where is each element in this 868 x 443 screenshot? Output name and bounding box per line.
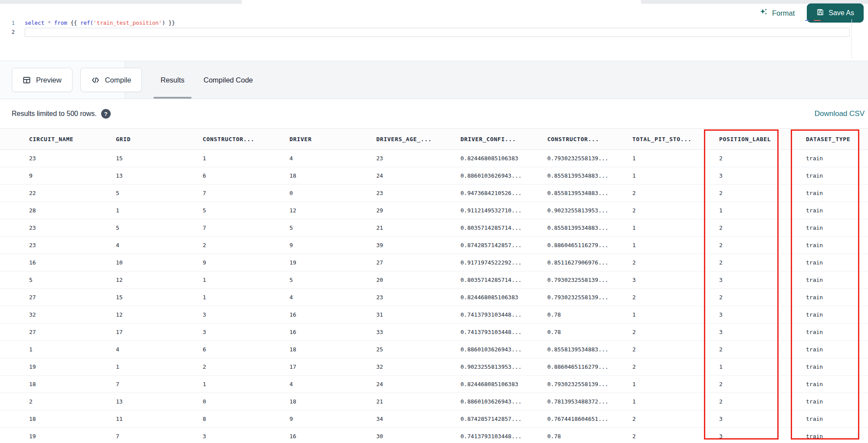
table-cell: 2	[201, 242, 287, 248]
tab-compiled-code-label: Compiled Code	[204, 76, 253, 84]
table-cell: 15	[114, 155, 201, 162]
code-brackets-icon	[91, 76, 100, 84]
table-cell: 0.7930232558139...	[545, 277, 630, 283]
table-cell: 2	[27, 398, 114, 405]
table-cell: 25	[374, 346, 458, 353]
table-cell: 0.9023255813953...	[458, 364, 545, 370]
table-cell: 13	[114, 398, 201, 405]
table-cell: 17	[114, 329, 201, 335]
table-cell: 9	[287, 416, 374, 422]
top-tab-strip	[0, 0, 868, 3]
model-name-string: 'train_test_position'	[93, 20, 162, 26]
table-cell: 0.8558139534883...	[545, 172, 630, 179]
table-cell: 23	[374, 294, 458, 301]
column-header[interactable]: CIRCUIT_NAME	[27, 136, 114, 142]
row-limit-text: Results limited to 500 rows.	[12, 110, 97, 118]
column-header[interactable]: CONSTRUCTOR...	[545, 136, 630, 142]
table-cell: 0.7413793103448...	[458, 433, 545, 440]
column-header[interactable]: GRID	[114, 136, 201, 142]
column-header[interactable]: DRIVER_CONFI...	[458, 136, 545, 142]
column-header[interactable]: DRIVER	[287, 136, 374, 142]
table-cell: 7	[201, 225, 287, 231]
tab-strip-active	[242, 0, 641, 3]
jinja-close: }}	[168, 20, 175, 26]
table-cell: 0.8511627906976...	[545, 259, 630, 266]
line-number-gutter: 1 2	[0, 19, 15, 36]
tab-strip-right[interactable]	[641, 0, 868, 3]
table-cell: 0.7813953488372...	[545, 398, 630, 405]
table-cell: 4	[287, 294, 374, 301]
code-minimap[interactable]	[805, 20, 824, 21]
table-cell: 5	[287, 277, 374, 283]
table-cell: 21	[374, 398, 458, 405]
table-cell: 1	[201, 381, 287, 387]
code-line-1[interactable]: select * from {{ ref('train_test_positio…	[25, 19, 175, 27]
preview-button[interactable]: Preview	[12, 68, 72, 92]
table-cell: 27	[27, 294, 114, 301]
table-cell: 3	[201, 329, 287, 335]
table-cell: 0.9473684210526...	[458, 190, 545, 196]
table-cell: 4	[287, 155, 374, 162]
table-cell: 18	[27, 381, 114, 387]
table-cell: 9	[201, 259, 287, 266]
table-cell: 0.8558139534883...	[545, 225, 630, 231]
format-button[interactable]: Format	[759, 5, 796, 21]
table-cell: 24	[374, 381, 458, 387]
table-cell: 0.8860103626943...	[458, 346, 545, 353]
table-cell: 9	[27, 172, 114, 179]
table-cell: 5	[287, 225, 374, 231]
table-cell: 3	[201, 311, 287, 318]
table-cell: 28	[27, 207, 114, 214]
table-cell: 31	[374, 311, 458, 318]
table-cell: 0.8035714285714...	[458, 277, 545, 283]
table-cell: 23	[374, 155, 458, 162]
table-cell: 4	[114, 242, 201, 248]
line-number: 2	[0, 27, 15, 36]
table-cell: 0.8035714285714...	[458, 225, 545, 231]
table-cell: 19	[27, 433, 114, 440]
tab-results[interactable]: Results	[151, 61, 194, 99]
table-cell: 0.8860103626943...	[458, 398, 545, 405]
column-header[interactable]: DRIVERS_AGE_...	[374, 136, 458, 142]
table-cell: 8	[201, 416, 287, 422]
table-cell: 21	[374, 225, 458, 231]
table-cell: 4	[287, 381, 374, 387]
table-cell: 0.7930232558139...	[545, 155, 630, 162]
table-cell: 34	[374, 416, 458, 422]
compile-button[interactable]: Compile	[80, 68, 142, 92]
table-cell: 2	[201, 364, 287, 370]
table-cell: 0	[287, 190, 374, 196]
editor-scroll-track[interactable]	[852, 19, 852, 59]
table-cell: 0.9023255813953...	[545, 207, 630, 214]
results-tabbar: Results Compiled Code	[125, 61, 868, 99]
compile-label: Compile	[105, 76, 132, 84]
sql-star: *	[48, 20, 54, 26]
table-cell: 19	[27, 364, 114, 370]
annotation-box-position-label	[704, 129, 779, 440]
column-header[interactable]: CONSTRUCTOR...	[201, 136, 287, 142]
row-limit-message: Results limited to 500 rows. ?	[12, 99, 111, 128]
table-cell: 33	[374, 329, 458, 335]
table-cell: 0.7930232558139...	[545, 381, 630, 387]
table-cell: 13	[114, 172, 201, 179]
sql-keyword: select	[25, 20, 48, 26]
floppy-disk-icon	[816, 8, 824, 18]
table-cell: 1	[114, 364, 201, 370]
help-icon[interactable]: ?	[101, 109, 111, 119]
jinja-open: {{	[70, 20, 80, 26]
table-cell: 5	[114, 225, 201, 231]
tab-strip-left[interactable]	[0, 0, 242, 3]
sql-editor[interactable]: Format Save As 1 2 select * from {{ ref(…	[0, 3, 868, 61]
dbt-ide-screen: Format Save As 1 2 select * from {{ ref(…	[0, 0, 868, 443]
table-cell: 20	[374, 277, 458, 283]
table-cell: 10	[114, 259, 201, 266]
tab-compiled-code[interactable]: Compiled Code	[194, 61, 263, 99]
table-cell: 7	[114, 381, 201, 387]
editor-active-line[interactable]	[25, 28, 850, 37]
sql-keyword: from	[54, 20, 71, 26]
table-cell: 0.8860103626943...	[458, 172, 545, 179]
table-cell: 18	[287, 172, 374, 179]
download-csv-link[interactable]: Download CSV	[815, 99, 865, 128]
table-cell: 16	[27, 259, 114, 266]
table-cell: 3	[201, 433, 287, 440]
